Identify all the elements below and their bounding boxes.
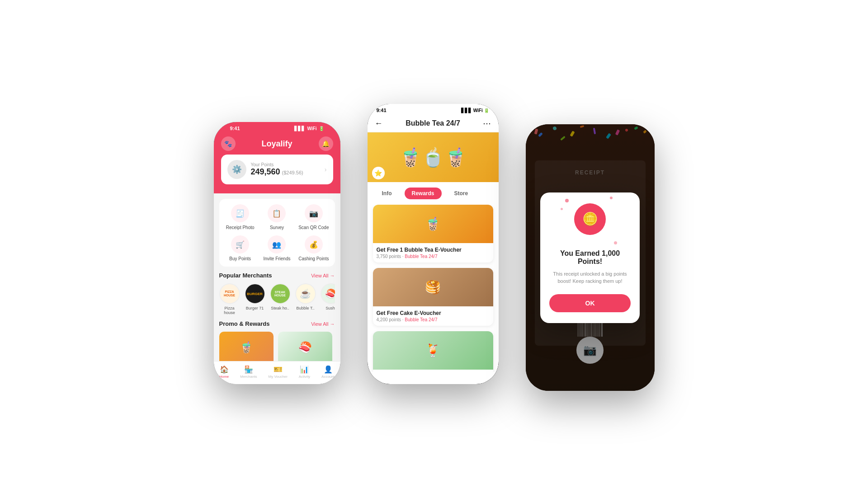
points-earned-modal: 🪙 You Earned 1,000 Points! This receipt … [540,192,640,323]
bubble-name: Bubble T.. [297,306,315,310]
sushi-name: Sushi [326,306,335,310]
nav-home[interactable]: 🏠 Home [219,365,229,379]
merchants-header: Popular Merchants View All → [219,272,335,279]
voucher-icon: 🎫 [274,365,283,374]
rewards-list: 🧋 Get Free 1 Bubble Tea E-Voucher 3,750 … [368,205,499,372]
merchant-steak[interactable]: STEAKHOUSE Steak ho.. [270,283,291,315]
quick-actions-grid: 🧾 Receipt Photo 📋 Survey 📷 Scan QR Code … [219,199,335,267]
qa-cashing-points[interactable]: 💰 Cashing Points [298,235,329,261]
tab-info[interactable]: Info [375,188,399,199]
qa-scan-qr[interactable]: 📷 Scan QR Code [298,204,329,230]
qa-invite-label: Invite Friends [263,256,290,261]
pizza-logo: PIZZAHOUSE [219,283,240,304]
coin-icon: 🪙 [582,211,598,226]
p2-tabs: Info Rewards Store [368,182,499,205]
modal-coin-icon-wrap: 🪙 [574,203,606,235]
buy-icon: 🛒 [231,235,249,253]
ok-button[interactable]: OK [549,294,631,312]
qa-buy-points[interactable]: 🛒 Buy Points [225,235,256,261]
dot-right [614,241,617,244]
modal-description: This receipt unlocked a big points boost… [549,270,631,285]
merchant-pizza[interactable]: PIZZAHOUSE Pizza house [219,283,240,315]
reward-drink-bundle[interactable]: 🍹 Get Free Drink Bundle 5,000 points · B… [373,331,493,372]
cash-icon: 💰 [305,235,323,253]
promo-title: Promo & Rewards [219,320,270,327]
pizza-name: Pizza house [219,306,240,315]
qa-receipt-label: Receipt Photo [226,225,255,230]
nav-account[interactable]: 👤 Account [321,365,335,379]
reward-drink-img: 🍹 [373,331,493,370]
receipt-icon: 🧾 [231,204,249,222]
promo-header: Promo & Rewards View All → [219,320,335,327]
hero-image: 🧋🍵🧋 ⭐ [368,132,499,182]
nav-activity[interactable]: 📊 Activity [299,365,310,379]
points-label: Your Points [251,162,320,167]
sushi-logo: 🍣 [321,283,335,304]
nav-home-label: Home [219,375,229,379]
nav-voucher[interactable]: 🎫 My Voucher [269,365,288,379]
account-icon: 👤 [324,365,333,374]
tab-store[interactable]: Store [447,188,476,199]
activity-icon: 📊 [300,365,309,374]
merchants-title: Popular Merchants [219,272,272,279]
chevron-right-icon: › [325,166,327,173]
dot-top-right [610,197,613,199]
p1-status-icons: ▋▋▋WiFi🔋 [294,126,324,131]
reward-bubble-tea[interactable]: 🧋 Get Free 1 Bubble Tea E-Voucher 3,750 … [373,205,493,263]
qa-scan-label: Scan QR Code [298,225,329,230]
merchant-burger[interactable]: BURGER Burger 71 [245,283,265,315]
qr-icon: 📷 [305,204,323,222]
dot-left [561,208,563,210]
promo-bubble-img: 🧋 [219,332,274,363]
home-icon: 🏠 [220,365,229,374]
qa-survey-label: Survey [270,225,284,230]
reward-cake-title: Get Free Cake E-Voucher [377,310,490,316]
p2-restaurant-title: Bubble Tea 24/7 [406,119,460,127]
points-value: 249,560 [251,167,280,177]
paw-icon[interactable]: 🐾 [221,136,236,151]
dot-top-left [565,199,569,202]
p1-time: 9:41 [230,126,240,131]
hero-badge-icon: ⭐ [372,167,385,179]
reward-bubble-meta: 3,750 points · Bubble Tea 24/7 [377,254,490,259]
merchants-row: PIZZAHOUSE Pizza house BURGER Burger 71 … [219,283,335,315]
reward-cake[interactable]: 🥞 Get Free Cake E-Voucher 4,200 points ·… [373,268,493,326]
back-button[interactable]: ← [375,119,383,128]
merchants-view-all[interactable]: View All → [311,273,335,278]
steak-logo: STEAKHOUSE [270,283,291,304]
qa-buy-label: Buy Points [229,256,251,261]
survey-icon: 📋 [268,204,286,222]
notification-icon[interactable]: 🔔 [319,136,333,151]
nav-merchants-label: Merchants [240,375,257,379]
modal-overlay: 🪙 You Earned 1,000 Points! This receipt … [526,124,655,391]
p2-status-icons: ▋▋▋ WiFi 🔋 [461,108,490,113]
p2-header: ← Bubble Tea 24/7 ⋯ [368,115,499,132]
nav-activity-label: Activity [299,375,310,379]
invite-icon: 👥 [268,235,286,253]
phone-rewards: 9:41 ▋▋▋ WiFi 🔋 ← Bubble Tea 24/7 ⋯ 🧋🍵🧋 … [368,104,499,384]
burger-name: Burger 71 [246,306,264,310]
merchant-sushi[interactable]: 🍣 Sushi [321,283,335,315]
tab-rewards[interactable]: Rewards [405,188,442,199]
more-options-icon[interactable]: ⋯ [483,118,491,128]
nav-account-label: Account [321,375,335,379]
reward-cake-meta: 4,200 points · Bubble Tea 24/7 [377,317,490,322]
qa-receipt-photo[interactable]: 🧾 Receipt Photo [225,204,256,230]
promo-sushi-img: 🍣 [278,332,332,363]
promo-view-all[interactable]: View All → [311,321,335,327]
modal-title: You Earned 1,000 Points! [549,249,631,266]
merchant-bubble[interactable]: ☕ Bubble T.. [295,283,316,315]
merchants-icon: 🏪 [244,365,253,374]
qa-invite-friends[interactable]: 👥 Invite Friends [261,235,292,261]
app-title: Loyalify [261,139,292,149]
qa-survey[interactable]: 📋 Survey [261,204,292,230]
phone-home: 9:41 ▋▋▋WiFi🔋 🐾 Loyalify 🔔 ⚙️ Your Point… [214,122,340,384]
qa-cashing-label: Cashing Points [298,256,329,261]
steak-name: Steak ho.. [271,306,289,310]
nav-merchants[interactable]: 🏪 Merchants [240,365,257,379]
reward-bubble-title: Get Free 1 Bubble Tea E-Voucher [377,247,490,253]
burger-logo: BURGER [245,283,265,304]
modal-icon-area: 🪙 [574,203,606,242]
p2-status-bar: 9:41 ▋▋▋ WiFi 🔋 [368,104,499,115]
phone-receipt: RECEIPT [526,124,655,391]
